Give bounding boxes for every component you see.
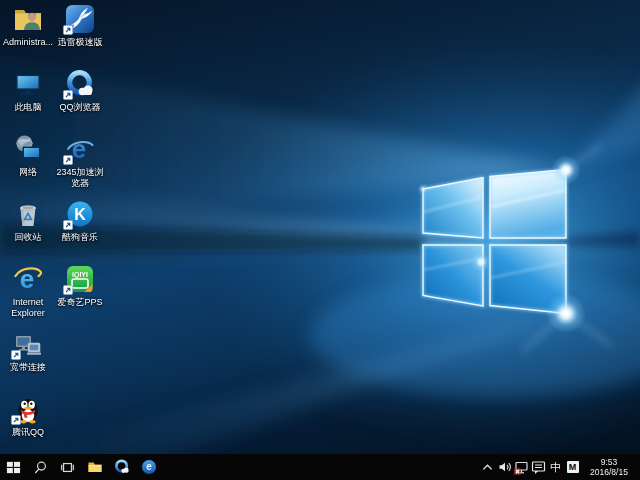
shortcut-arrow-badge xyxy=(63,220,73,230)
icon-label: 爱奇艺PPS xyxy=(54,297,106,308)
taskbar: e xyxy=(0,454,640,480)
desktop-icon-administrator[interactable]: Administra... xyxy=(2,4,54,48)
recycle-bin-icon xyxy=(13,199,43,229)
shortcut-arrow-badge xyxy=(63,285,73,295)
speaker-icon xyxy=(498,460,512,474)
system-tray: 中 M 9:53 2016/8/15 xyxy=(480,454,640,480)
desktop-icon-broadband-connection[interactable]: 宽带连接 xyxy=(2,329,54,373)
folder-icon xyxy=(87,459,103,475)
search-button[interactable] xyxy=(27,454,54,480)
desktop-icon-2345-browser[interactable]: e 2345加速浏览器 xyxy=(54,134,106,189)
icon-label: 网络 xyxy=(2,167,54,178)
task-view-icon xyxy=(60,460,75,475)
clock-time: 9:53 xyxy=(585,457,633,467)
monitor-icon xyxy=(13,69,43,99)
svg-text:e: e xyxy=(72,134,86,164)
start-button[interactable] xyxy=(0,454,27,480)
desktop-icon-this-pc[interactable]: 此电脑 xyxy=(2,69,54,113)
hidden-icons-chevron[interactable] xyxy=(480,454,495,480)
desktop-icon-xunlei-speed[interactable]: 迅雷极速版 xyxy=(54,4,106,48)
desktop-icon-iqiyi-pps[interactable]: iQIYI 爱奇艺PPS xyxy=(54,264,106,308)
icon-label: 酷狗音乐 xyxy=(54,232,106,243)
chevron-up-icon xyxy=(481,461,494,474)
icon-label: 此电脑 xyxy=(2,102,54,113)
action-center-button[interactable] xyxy=(531,454,546,480)
qq-browser-taskbar-button[interactable] xyxy=(108,454,135,480)
search-icon xyxy=(33,460,48,475)
action-center-icon xyxy=(531,460,546,475)
icon-label: 宽带连接 xyxy=(2,362,54,373)
svg-text:K: K xyxy=(74,206,86,223)
ime-mode-button[interactable]: M xyxy=(565,454,580,480)
icon-label: Internet Explorer xyxy=(2,297,54,319)
input-method-indicator[interactable]: 中 xyxy=(548,454,563,480)
desktop: Administra... 迅雷极速版 xyxy=(0,0,640,454)
desktop-icon-internet-explorer[interactable]: e Internet Explorer xyxy=(2,264,54,319)
desktop-icon-recycle-bin[interactable]: 回收站 xyxy=(2,199,54,243)
user-folder-icon xyxy=(13,4,43,34)
desktop-icon-network[interactable]: 网络 xyxy=(2,134,54,178)
network-disconnected-icon xyxy=(514,460,529,475)
icon-label: Administra... xyxy=(2,37,54,48)
shortcut-arrow-badge xyxy=(11,350,21,360)
taskbar-clock[interactable]: 9:53 2016/8/15 xyxy=(582,457,636,477)
shortcut-arrow-badge xyxy=(11,415,21,425)
windows-logo-icon xyxy=(6,460,21,475)
icon-label: 2345加速浏览器 xyxy=(54,167,106,189)
desktop-icon-grid: Administra... 迅雷极速版 xyxy=(2,0,112,454)
taskbar-left-buttons: e xyxy=(0,454,162,480)
ime-m-badge: M xyxy=(567,461,579,473)
desktop-icon-qq-browser[interactable]: QQ浏览器 xyxy=(54,69,106,113)
network-tray-button[interactable] xyxy=(514,454,529,480)
shortcut-arrow-badge xyxy=(63,90,73,100)
network-globe-monitor-icon xyxy=(13,134,43,164)
file-explorer-button[interactable] xyxy=(81,454,108,480)
volume-tray-button[interactable] xyxy=(497,454,512,480)
shortcut-arrow-badge xyxy=(63,155,73,165)
desktop-icon-kugou-music[interactable]: K 酷狗音乐 xyxy=(54,199,106,243)
icon-label: 回收站 xyxy=(2,232,54,243)
qq-browser-icon xyxy=(114,459,130,475)
svg-text:iQIYI: iQIYI xyxy=(72,271,88,279)
icon-label: 迅雷极速版 xyxy=(54,37,106,48)
input-method-label: 中 xyxy=(550,454,561,480)
icon-label: 腾讯QQ xyxy=(2,427,54,438)
2345-e-icon: e xyxy=(141,459,157,475)
svg-text:e: e xyxy=(146,461,152,472)
internet-explorer-e-icon: e xyxy=(13,264,43,294)
icon-label: QQ浏览器 xyxy=(54,102,106,113)
desktop-icon-tencent-qq[interactable]: 腾讯QQ xyxy=(2,394,54,438)
task-view-button[interactable] xyxy=(54,454,81,480)
2345-browser-taskbar-button[interactable]: e xyxy=(135,454,162,480)
clock-date: 2016/8/15 xyxy=(585,467,633,477)
shortcut-arrow-badge xyxy=(63,25,73,35)
